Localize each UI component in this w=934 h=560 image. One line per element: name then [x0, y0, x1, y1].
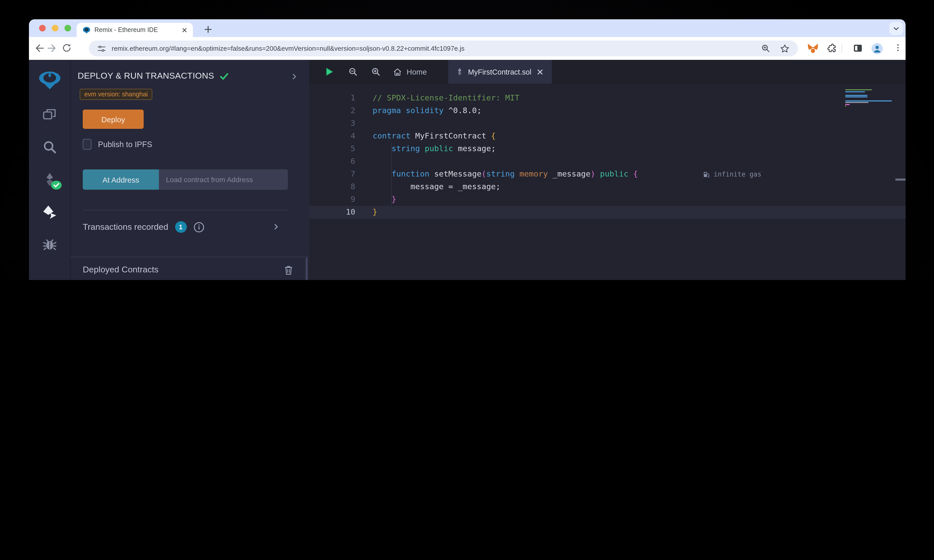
clear-contracts-button[interactable]: [284, 265, 293, 275]
code-line-2[interactable]: 2pragma solidity ^0.8.0;: [309, 105, 906, 117]
zoom-out-icon: [348, 67, 358, 77]
transactions-count-badge: 1: [175, 221, 186, 233]
code-line-9[interactable]: 9 }: [309, 193, 906, 206]
minimap-line: [845, 100, 892, 101]
code-lines: 1// SPDX-License-Identifier: MIT2pragma …: [309, 84, 906, 218]
zoom-in-button[interactable]: [371, 67, 381, 77]
side-panel-icon: [852, 43, 863, 54]
compile-success-badge: [51, 180, 62, 191]
sidebar-item-solidity-compiler[interactable]: [29, 163, 70, 196]
minimap-line: [845, 89, 872, 90]
traffic-light-minimize[interactable]: [52, 25, 59, 31]
code-line-1[interactable]: 1// SPDX-License-Identifier: MIT: [309, 92, 906, 105]
code-text: message = _message;: [355, 181, 501, 193]
sidebar-item-search[interactable]: [29, 131, 70, 163]
at-address-input[interactable]: [159, 169, 288, 190]
minimap-line: [845, 91, 865, 92]
publish-ipfs-checkbox[interactable]: [83, 139, 91, 150]
code-text: function setMessage(string memory _messa…: [355, 168, 638, 181]
activity-bar: [29, 60, 71, 280]
tab-home[interactable]: Home: [393, 67, 427, 76]
traffic-light-close[interactable]: [39, 25, 46, 31]
editor-column: Home MyFirstContract.sol 1// SPDX-Licens…: [309, 60, 906, 280]
tab-file-close-icon[interactable]: [536, 68, 544, 75]
tab-file-label: MyFirstContract.sol: [468, 68, 532, 76]
browser-menu-button[interactable]: [893, 43, 903, 53]
metamask-extension-button[interactable]: [807, 43, 819, 54]
trash-icon: [284, 265, 293, 275]
code-line-8[interactable]: 8 message = _message;: [309, 181, 906, 193]
zoom-out-button[interactable]: [348, 67, 358, 77]
line-number[interactable]: 8: [309, 181, 355, 193]
browser-tab[interactable]: Remix - Ethereum IDE: [77, 23, 193, 37]
sidebar-item-file-explorer[interactable]: [29, 98, 70, 131]
forward-button[interactable]: [46, 43, 57, 54]
tab-file-active[interactable]: MyFirstContract.sol: [448, 60, 552, 84]
code-line-6[interactable]: 6: [309, 155, 906, 168]
code-line-3[interactable]: 3: [309, 117, 906, 130]
deploy-run-panel: DEPLOY & RUN TRANSACTIONS evm version: s…: [71, 60, 309, 280]
file-explorer-icon: [42, 108, 57, 122]
line-number[interactable]: 1: [309, 92, 355, 105]
kebab-menu-icon: [893, 43, 903, 53]
browser-window: Remix - Ethereum IDE remix.ethereum: [29, 19, 906, 280]
line-number[interactable]: 3: [309, 117, 355, 130]
transactions-recorded-label: Transactions recorded: [83, 222, 168, 232]
at-address-button[interactable]: At Address: [83, 169, 159, 190]
traffic-light-zoom[interactable]: [65, 25, 71, 31]
tab-title: Remix - Ethereum IDE: [94, 26, 181, 34]
site-settings-icon[interactable]: [97, 44, 106, 53]
minimap-line: [845, 106, 846, 107]
screenshot-root: Remix - Ethereum IDE remix.ethereum: [0, 0, 934, 280]
back-button[interactable]: [34, 43, 45, 54]
line-number[interactable]: 4: [309, 130, 355, 143]
remix-logo-icon[interactable]: [29, 67, 70, 94]
reload-button[interactable]: [62, 43, 72, 53]
editor-minimap[interactable]: [845, 89, 893, 108]
tab-search-button[interactable]: [889, 22, 903, 35]
play-icon: [324, 67, 334, 77]
sidebar-item-deploy-run[interactable]: [29, 196, 70, 228]
code-text: pragma solidity ^0.8.0;: [355, 105, 481, 117]
panel-scrollbar[interactable]: [305, 258, 308, 280]
extensions-button[interactable]: [826, 43, 838, 54]
panel-title: DEPLOY & RUN TRANSACTIONS: [78, 71, 214, 81]
transactions-expand-icon[interactable]: [273, 223, 280, 230]
line-number[interactable]: 7: [309, 168, 355, 181]
solidity-file-icon: [456, 68, 463, 76]
code-line-4[interactable]: 4contract MyFirstContract {: [309, 130, 906, 143]
editor-scrollbar-thumb[interactable]: [895, 178, 906, 181]
code-editor[interactable]: 1// SPDX-License-Identifier: MIT2pragma …: [309, 84, 906, 280]
code-text: }: [355, 193, 396, 206]
plus-icon: [204, 25, 212, 34]
line-number[interactable]: 9: [309, 193, 355, 206]
code-line-10[interactable]: 10}: [309, 206, 906, 218]
code-text: // SPDX-License-Identifier: MIT: [355, 92, 519, 105]
panel-expand-icon[interactable]: [291, 73, 298, 80]
code-text: [355, 155, 373, 168]
browser-toolbar: remix.ethereum.org/#lang=en&optimize=fal…: [29, 37, 906, 60]
minimap-line: [845, 104, 850, 105]
line-number[interactable]: 5: [309, 143, 355, 155]
indent-guide: [391, 143, 392, 206]
code-line-5[interactable]: 5 string public message;: [309, 143, 906, 155]
chevron-down-icon: [893, 25, 900, 32]
tab-close-icon[interactable]: [181, 27, 188, 33]
code-line-7[interactable]: 7 function setMessage(string memory _mes…: [309, 168, 906, 181]
profile-avatar[interactable]: [871, 43, 883, 55]
new-tab-button[interactable]: [202, 23, 215, 36]
bookmark-star-icon[interactable]: [780, 43, 790, 54]
zoom-page-icon[interactable]: [761, 44, 771, 53]
metamask-fox-icon: [807, 43, 819, 54]
line-number[interactable]: 6: [309, 155, 355, 168]
section-divider: [71, 257, 309, 257]
run-script-button[interactable]: [324, 67, 334, 77]
address-bar[interactable]: remix.ethereum.org/#lang=en&optimize=fal…: [89, 41, 798, 56]
line-number[interactable]: 10: [309, 206, 355, 218]
side-panel-button[interactable]: [852, 43, 863, 54]
deploy-button[interactable]: Deploy: [83, 109, 144, 129]
sidebar-item-debugger[interactable]: [29, 228, 70, 261]
line-number[interactable]: 2: [309, 105, 355, 117]
info-icon[interactable]: [193, 222, 204, 232]
gas-pump-icon: [703, 171, 710, 178]
